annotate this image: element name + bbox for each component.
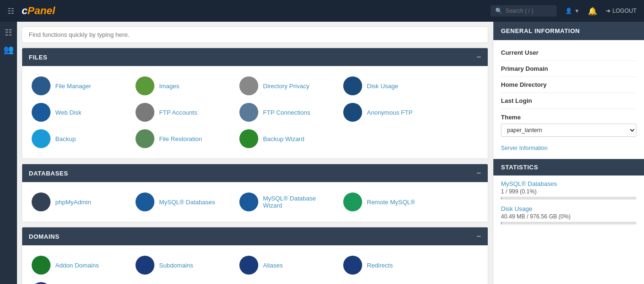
stats-row-disk-usage: Disk Usage 40.49 MB / 976.56 GB (0%) [501,205,636,225]
topnav-search-box[interactable]: 🔍 [491,5,557,17]
logout-label: LOGOUT [612,8,636,14]
app-item-ftp-accounts[interactable]: FTP Accounts [131,99,235,125]
home-directory-label: Home Directory [501,81,547,88]
theme-row: Theme paper_lantern [501,109,636,142]
app-item-aliases[interactable]: Aliases [235,252,339,278]
primary-domain-label: Primary Domain [501,65,548,72]
app-label-remote-mysql: Remote MySQL® [367,199,415,206]
sidebar-users-icon[interactable]: 👥 [3,44,14,55]
stats-link-mysql-databases[interactable]: MySQL® Databases [501,180,557,187]
app-label-redirects: Redirects [367,262,393,269]
general-info-body: Current User Primary Domain Home Directo… [493,40,644,159]
sidebar-grid-icon[interactable]: ☷ [5,27,12,38]
stats-bar-fill-mysql-databases [501,197,501,200]
app-item-zone-editor[interactable]: Zone Editor [27,278,131,284]
app-label-ftp-connections: FTP Connections [263,109,310,116]
logo: cPanel [22,5,55,17]
app-item-anonymous-ftp[interactable]: Anonymous FTP [339,99,442,125]
content-area: FILES − File Manager Images Directory Pr… [17,22,493,284]
databases-collapse-btn[interactable]: − [476,169,481,177]
current-user-row: Current User [501,45,636,61]
app-item-ftp-connections[interactable]: FTP Connections [235,99,339,125]
theme-label: Theme [501,114,636,121]
user-menu[interactable]: 👤 ▼ [565,8,579,14]
theme-select[interactable]: paper_lantern [501,124,636,137]
topnav-search-input[interactable] [505,8,552,14]
domains-section-header: DOMAINS − [22,227,488,245]
app-label-phpmyadmin: phpMyAdmin [55,199,91,206]
app-item-backup-wizard[interactable]: Backup Wizard [235,125,339,152]
right-panel: GENERAL INFORMATION Current User Primary… [493,22,644,284]
domains-section-title: DOMAINS [29,233,59,240]
domains-collapse-btn[interactable]: − [476,232,481,241]
home-directory-row: Home Directory [501,77,636,93]
last-login-row: Last Login [501,93,636,109]
files-section-title: FILES [29,54,47,61]
stats-link-disk-usage[interactable]: Disk Usage [501,205,532,212]
app-item-file-manager[interactable]: File Manager [27,73,131,99]
files-collapse-btn[interactable]: − [476,53,481,61]
function-search-input[interactable] [22,26,488,43]
databases-section: DATABASES − phpMyAdmin MySQL® Databases … [22,164,488,222]
app-label-anonymous-ftp: Anonymous FTP [367,109,413,116]
stats-bar-bg-disk-usage [501,222,636,225]
app-label-backup-wizard: Backup Wizard [263,135,304,142]
statistics-header: STATISTICS [493,159,644,175]
search-icon: 🔍 [495,8,502,14]
stats-bar-bg-mysql-databases [501,197,636,200]
notifications-bell[interactable]: 🔔 [588,7,597,16]
grid-icon[interactable]: ☷ [8,7,14,16]
app-label-file-manager: File Manager [55,83,91,90]
stats-desc-disk-usage: 40.49 MB / 976.56 GB (0%) [501,213,636,220]
stats-row-mysql-databases: MySQL® Databases 1 / 999 (0.1%) [501,180,636,200]
files-section: FILES − File Manager Images Directory Pr… [22,48,488,159]
app-label-addon-domains: Addon Domains [55,262,99,269]
app-item-disk-usage[interactable]: Disk Usage [339,73,442,99]
topnav: ☷ cPanel 🔍 👤 ▼ 🔔 ➜ LOGOUT [0,0,644,22]
app-item-mysql-databases[interactable]: MySQL® Databases [131,189,235,215]
last-login-label: Last Login [501,97,532,104]
app-label-mysql-databases: MySQL® Databases [159,199,215,206]
app-item-mysql-database-wizard[interactable]: MySQL® Database Wizard [235,189,339,215]
domains-section-body: Addon Domains Subdomains Aliases Redirec… [22,245,488,284]
app-item-subdomains[interactable]: Subdomains [131,252,235,278]
statistics-body: MySQL® Databases 1 / 999 (0.1%) Disk Usa… [493,175,644,235]
app-label-ftp-accounts: FTP Accounts [159,109,197,116]
files-section-header: FILES − [22,48,488,66]
app-label-file-restoration: File Restoration [159,135,202,142]
logout-icon: ➜ [606,8,610,14]
server-info-row: Server Information [501,142,636,154]
app-label-mysql-database-wizard: MySQL® Database Wizard [263,195,334,209]
app-label-web-disk: Web Disk [55,109,81,116]
left-sidebar: ☷ 👥 [0,22,17,284]
files-section-body: File Manager Images Directory Privacy Di… [22,66,488,159]
databases-section-header: DATABASES − [22,164,488,182]
app-label-backup: Backup [55,135,76,142]
app-item-redirects[interactable]: Redirects [339,252,442,278]
logout-button[interactable]: ➜ LOGOUT [606,8,636,14]
user-label: ▼ [574,8,579,14]
stats-bar-fill-disk-usage [501,222,501,225]
stats-desc-mysql-databases: 1 / 999 (0.1%) [501,188,636,195]
app-label-aliases: Aliases [263,262,283,269]
server-info-link[interactable]: Server Information [501,145,548,151]
app-item-addon-domains[interactable]: Addon Domains [27,252,131,278]
app-label-subdomains: Subdomains [159,262,193,269]
app-item-images[interactable]: Images [131,73,235,99]
app-item-remote-mysql[interactable]: Remote MySQL® [339,189,442,215]
user-icon: 👤 [565,8,572,14]
databases-section-title: DATABASES [29,170,68,177]
app-item-file-restoration[interactable]: File Restoration [131,125,235,152]
domains-section: DOMAINS − Addon Domains Subdomains Alias… [22,227,488,284]
general-info-header: GENERAL INFORMATION [493,22,644,40]
app-item-directory-privacy[interactable]: Directory Privacy [235,73,339,99]
app-item-phpmyadmin[interactable]: phpMyAdmin [27,189,131,215]
app-label-images: Images [159,83,179,90]
app-item-web-disk[interactable]: Web Disk [27,99,131,125]
app-label-directory-privacy: Directory Privacy [263,83,309,90]
databases-section-body: phpMyAdmin MySQL® Databases MySQL® Datab… [22,182,488,222]
app-label-disk-usage: Disk Usage [367,83,398,90]
app-item-backup[interactable]: Backup [27,125,131,152]
current-user-label: Current User [501,49,538,56]
primary-domain-row: Primary Domain [501,61,636,77]
